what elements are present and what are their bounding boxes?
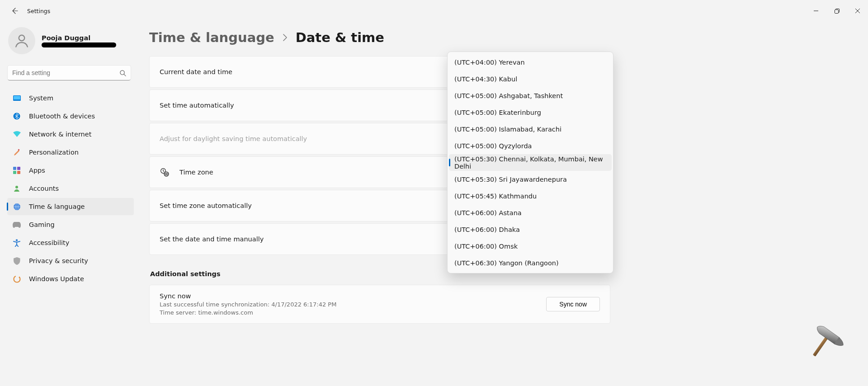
profile-email-redacted	[42, 42, 116, 47]
minimize-icon	[814, 9, 818, 13]
sidebar-item-label: Personalization	[29, 149, 79, 156]
update-icon	[13, 275, 21, 283]
sidebar-item-privacy[interactable]: Privacy & security	[7, 252, 134, 269]
hammer-cursor-icon	[801, 323, 846, 363]
card-label: Current date and time	[160, 68, 232, 75]
sidebar-item-label: Accounts	[29, 185, 59, 192]
sidebar-item-personalization[interactable]: Personalization	[7, 144, 134, 161]
card-label: Set the date and time manually	[160, 235, 264, 243]
sidebar-item-label: Privacy & security	[29, 257, 88, 264]
sidebar-item-gaming[interactable]: Gaming	[7, 216, 134, 233]
timezone-option[interactable]: (UTC+06:30) Yangon (Rangoon)	[449, 254, 612, 271]
svg-point-1	[19, 35, 25, 41]
sidebar: Pooja Duggal System Bluetoot	[0, 22, 140, 386]
card-sync-now: Sync now Last successful time synchroniz…	[149, 285, 610, 324]
svg-point-11	[15, 186, 18, 188]
sidebar-item-label: System	[29, 94, 53, 102]
svg-rect-9	[13, 171, 16, 174]
svg-rect-17	[813, 334, 830, 357]
sidebar-item-windows-update[interactable]: Windows Update	[7, 270, 134, 287]
timezone-option[interactable]: (UTC+05:30) Sri Jayawardenepura	[449, 171, 612, 188]
avatar	[8, 27, 35, 54]
sidebar-item-network[interactable]: Network & internet	[7, 126, 134, 143]
sidebar-item-time-language[interactable]: Time & language	[7, 198, 134, 215]
maximize-button[interactable]	[826, 4, 847, 18]
sidebar-item-label: Time & language	[29, 203, 85, 210]
timezone-option[interactable]: (UTC+05:00) Qyzylorda	[449, 137, 612, 154]
sync-title: Sync now	[160, 292, 336, 300]
search-icon	[119, 70, 126, 76]
search-input[interactable]	[12, 69, 119, 76]
profile-block[interactable]: Pooja Duggal	[0, 22, 138, 62]
back-button[interactable]	[5, 2, 24, 20]
timezone-option[interactable]: (UTC+06:00) Omsk	[449, 238, 612, 254]
sidebar-nav: System Bluetooth & devices Network & int…	[0, 89, 138, 288]
profile-name: Pooja Duggal	[42, 34, 116, 42]
card-label: Adjust for daylight saving time automati…	[160, 135, 307, 142]
minimize-button[interactable]	[806, 4, 826, 18]
sync-server: Time server: time.windows.com	[160, 309, 336, 316]
svg-rect-10	[17, 171, 20, 174]
card-label: Set time automatically	[160, 102, 234, 109]
back-arrow-icon	[11, 7, 18, 14]
accounts-icon	[13, 184, 21, 193]
sidebar-item-bluetooth[interactable]: Bluetooth & devices	[7, 108, 134, 125]
sidebar-item-label: Bluetooth & devices	[29, 113, 95, 120]
titlebar: Settings	[0, 0, 868, 22]
card-label: Time zone	[179, 169, 213, 176]
timezone-dropdown[interactable]: (UTC+04:00) Yerevan(UTC+04:30) Kabul(UTC…	[447, 52, 613, 273]
timezone-option[interactable]: (UTC+05:00) Ekaterinburg	[449, 104, 612, 121]
timezone-option[interactable]: (UTC+05:00) Ashgabat, Tashkent	[449, 87, 612, 104]
sidebar-item-accounts[interactable]: Accounts	[7, 180, 134, 197]
svg-point-13	[16, 239, 18, 241]
svg-rect-8	[17, 167, 20, 170]
breadcrumb-parent[interactable]: Time & language	[149, 30, 274, 45]
svg-point-2	[120, 70, 124, 74]
chevron-right-icon	[283, 33, 288, 42]
timezone-option[interactable]: (UTC+06:00) Astana	[449, 204, 612, 221]
sidebar-item-label: Network & internet	[29, 131, 91, 138]
clock-globe-icon	[13, 202, 21, 211]
sync-now-button[interactable]: Sync now	[546, 297, 600, 311]
timezone-icon	[160, 168, 170, 177]
main-content: Time & language Date & time Current date…	[140, 22, 868, 386]
sidebar-item-apps[interactable]: Apps	[7, 162, 134, 179]
system-icon	[13, 94, 21, 102]
svg-rect-0	[835, 9, 838, 13]
window-title: Settings	[27, 8, 50, 14]
timezone-option[interactable]: (UTC+04:30) Kabul	[449, 71, 612, 87]
accessibility-icon	[13, 239, 21, 247]
timezone-option[interactable]: (UTC+05:00) Islamabad, Karachi	[449, 121, 612, 137]
timezone-option[interactable]: (UTC+06:00) Dhaka	[449, 221, 612, 238]
sidebar-item-label: Windows Update	[29, 275, 84, 282]
close-icon	[855, 9, 860, 13]
paintbrush-icon	[13, 148, 21, 156]
timezone-option[interactable]: (UTC+04:00) Yerevan	[449, 54, 612, 71]
sync-last-sync: Last successful time synchronization: 4/…	[160, 301, 336, 308]
timezone-option[interactable]: (UTC+05:45) Kathmandu	[449, 188, 612, 204]
sidebar-item-label: Gaming	[29, 221, 55, 228]
bluetooth-icon	[13, 112, 21, 120]
person-icon	[14, 33, 30, 49]
timezone-option[interactable]: (UTC+05:30) Chennai, Kolkata, Mumbai, Ne…	[449, 154, 612, 171]
svg-point-14	[14, 276, 20, 282]
breadcrumb: Time & language Date & time	[149, 30, 850, 45]
sidebar-item-system[interactable]: System	[7, 89, 134, 107]
search-box[interactable]	[7, 65, 131, 80]
sidebar-item-accessibility[interactable]: Accessibility	[7, 234, 134, 251]
gaming-icon	[13, 221, 21, 229]
card-label: Set time zone automatically	[160, 202, 252, 209]
close-button[interactable]	[847, 4, 868, 18]
svg-rect-7	[13, 167, 16, 170]
shield-icon	[13, 257, 21, 265]
maximize-icon	[835, 9, 840, 14]
wifi-icon	[13, 130, 21, 138]
sidebar-item-label: Apps	[29, 167, 45, 174]
window-controls	[806, 4, 868, 18]
sidebar-item-label: Accessibility	[29, 239, 69, 246]
apps-icon	[13, 166, 21, 174]
svg-rect-4	[14, 96, 20, 99]
breadcrumb-current: Date & time	[296, 30, 384, 45]
